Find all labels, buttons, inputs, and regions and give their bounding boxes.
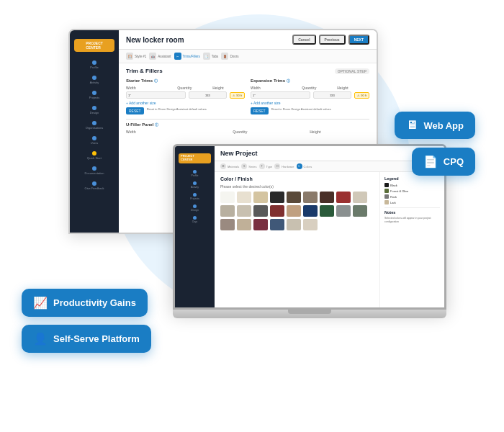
notes-section: Notes Selected colors will appear in you… — [384, 207, 440, 224]
exp-width-select[interactable]: 1" — [251, 91, 310, 99]
laptop-step-materials[interactable]: M Materials — [220, 163, 239, 169]
laptop-sidebar-item-5[interactable]: Orgs — [175, 214, 215, 225]
logo-text: PROJECTCENTER — [86, 41, 103, 50]
sidebar-dot — [92, 136, 96, 140]
swatch-rosso[interactable] — [253, 219, 268, 230]
step-label: Tabs — [212, 55, 219, 58]
swatch-prairie[interactable] — [237, 219, 251, 230]
exp-width-header: Width — [251, 86, 299, 90]
swatch-charcoal[interactable] — [253, 205, 268, 217]
sidebar-label: Profile — [74, 66, 114, 69]
swatch-mocha[interactable] — [303, 192, 318, 203]
color-section-title: Color / Finish — [220, 176, 374, 181]
swatch-champagne[interactable] — [353, 192, 367, 203]
uf-height: Height — [310, 130, 369, 134]
swatch-black[interactable] — [270, 192, 284, 203]
swatch-linen[interactable] — [237, 192, 251, 203]
desktop-sidebar: PROJECTCENTER Profile Activity Projects … — [70, 30, 119, 233]
reset-button[interactable]: RESET — [126, 107, 144, 114]
width-select[interactable]: 1" — [126, 91, 186, 99]
swatch-row-3 — [220, 219, 374, 230]
step-label: Doors — [230, 55, 238, 58]
exp-qty-input[interactable]: 333 — [313, 91, 351, 99]
sidebar-item-profile[interactable]: Profile — [70, 58, 119, 72]
sidebar-item-activity[interactable]: Activity — [70, 73, 119, 87]
swatch-freshpurple[interactable] — [287, 219, 301, 230]
productivity-badge: 📈 Productivity Gains — [22, 289, 148, 317]
previous-button[interactable]: Previous — [319, 35, 346, 45]
laptop-sidebar-item-3[interactable]: Projects — [175, 191, 215, 202]
laptop-sidebar-item-4[interactable]: Design — [175, 202, 215, 214]
legend-title: Legend — [384, 176, 440, 181]
height-warning: ⚠ 90 ft — [230, 92, 245, 99]
laptop-step-label: Type — [266, 165, 273, 168]
sidebar-item-design[interactable]: Design — [70, 103, 119, 117]
laptop-step-hardware[interactable]: H Hardware — [274, 163, 294, 169]
laptop-header: New Project NEXT — [215, 146, 444, 161]
laptop-sidebar-item-2[interactable]: Activity — [175, 179, 215, 191]
info-icon-3: ⓘ — [155, 122, 158, 127]
step-trims[interactable]: ✂ Trims/Fillers — [174, 53, 200, 60]
laptop-step-label: Colors — [304, 165, 312, 168]
legend-color-rock — [384, 194, 389, 199]
step-style[interactable]: 🪟 Style #1 — [126, 53, 146, 60]
uf-width: Width — [126, 130, 215, 134]
swatch-walnut[interactable] — [287, 192, 301, 203]
laptop-title: New Project — [220, 150, 258, 157]
swatch-caramel[interactable] — [287, 205, 301, 217]
legend-item-lark: Lark — [384, 200, 440, 204]
sidebar-item-users[interactable]: Users — [70, 133, 119, 148]
laptop-step-type[interactable]: T Type — [259, 163, 273, 169]
swatch-white[interactable] — [220, 192, 235, 203]
step-icon: 🪟 — [126, 53, 133, 60]
step-doors[interactable]: 🚪 Doors — [221, 53, 238, 60]
step-icon: 🚪 — [221, 53, 228, 60]
swatch-lark[interactable] — [253, 192, 268, 203]
swatch-naplesblue[interactable] — [270, 219, 284, 230]
exp-reset-label: Reset to Room Design Assistant default v… — [271, 107, 331, 114]
color-section-subtitle: Please select the desired color(s) — [220, 184, 374, 189]
laptop-step-label: Materials — [228, 165, 239, 168]
sidebar-item-projects[interactable]: Projects — [70, 88, 119, 102]
qty-input[interactable]: 333 — [189, 91, 227, 99]
swatch-frenchpurple[interactable] — [303, 219, 318, 230]
add-size-link[interactable]: + Add another size — [126, 101, 245, 105]
sidebar-dot — [92, 121, 96, 125]
legend-item-black: Black — [384, 183, 440, 187]
exp-height-warning: ⚠ 90 ft — [354, 92, 369, 99]
step-label: Assistant — [158, 55, 171, 58]
exp-trim-row-1: 1" 333 ⚠ 90 ft — [251, 91, 369, 99]
swatch-oceanblue[interactable] — [303, 205, 318, 217]
expansion-trims-col: Expansion Trims ⓘ Width Quantity Height … — [251, 78, 369, 114]
swatch-aquastone[interactable] — [336, 205, 351, 217]
sidebar-item-feedback[interactable]: Give Feedback — [70, 179, 119, 193]
swatch-flaxwhite[interactable] — [237, 205, 251, 217]
legend-item-rock: Rock — [384, 194, 440, 199]
sidebar-dot — [92, 181, 96, 186]
swatch-coastalsage[interactable] — [353, 205, 367, 217]
laptop-step-colors[interactable]: C Colors — [297, 163, 312, 169]
sidebar-item-quickstart[interactable]: Quick Start — [70, 148, 119, 163]
laptop-step-series[interactable]: S Series — [241, 163, 256, 169]
exp-reset-button[interactable]: RESET — [251, 107, 269, 114]
sidebar-logo: PROJECTCENTER — [74, 39, 114, 52]
swatch-forest[interactable] — [320, 205, 334, 217]
qty-header: Quantity — [177, 86, 210, 90]
swatch-frenchwalnut[interactable] — [220, 219, 235, 230]
swatch-espresso[interactable] — [320, 192, 334, 203]
sidebar-item-docs[interactable]: Documentation — [70, 163, 119, 178]
swatch-chili[interactable] — [270, 205, 284, 217]
swatch-burgundy[interactable] — [336, 192, 351, 203]
swatch-warmwhite[interactable] — [220, 205, 235, 217]
laptop-screen: PROJECTCENTER Profile Activity Projects … — [173, 144, 446, 310]
laptop-sidebar-item-1[interactable]: Profile — [175, 168, 215, 179]
laptop-step-label: Hardware — [282, 165, 294, 168]
next-button[interactable]: NEXT — [348, 35, 369, 45]
sidebar-dot — [92, 151, 96, 156]
step-tabs[interactable]: 📑 Tabs — [203, 53, 219, 60]
exp-add-size-link[interactable]: + Add another size — [251, 101, 369, 105]
step-assistant[interactable]: 🤖 Assistant — [149, 53, 171, 60]
cancel-button[interactable]: Cancel — [292, 35, 315, 45]
laptop-steps-bar: M Materials S Series T Type H Hardware — [215, 161, 444, 172]
sidebar-item-orgs[interactable]: Organisations — [70, 118, 119, 132]
